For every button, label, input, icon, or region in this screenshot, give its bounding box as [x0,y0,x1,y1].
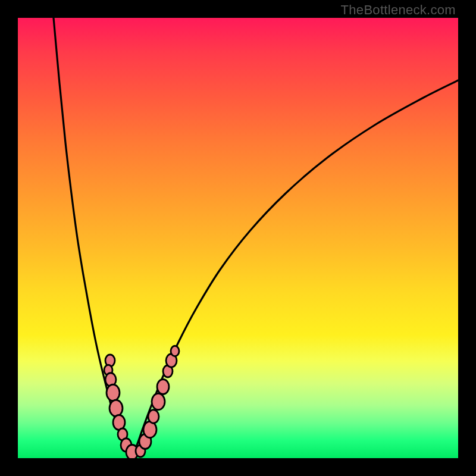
watermark-text: TheBottleneck.com [341,2,456,18]
plot-area [18,18,458,458]
bead-marker [171,346,179,356]
right-curve [131,80,458,457]
bead-marker [157,380,169,394]
outer-frame: TheBottleneck.com [0,0,476,476]
bead-marker [109,400,123,416]
bead-marker [152,393,165,410]
bead-marker [148,410,159,424]
beads-group [104,346,179,458]
bead-marker [107,384,120,401]
curves-layer [18,18,458,458]
